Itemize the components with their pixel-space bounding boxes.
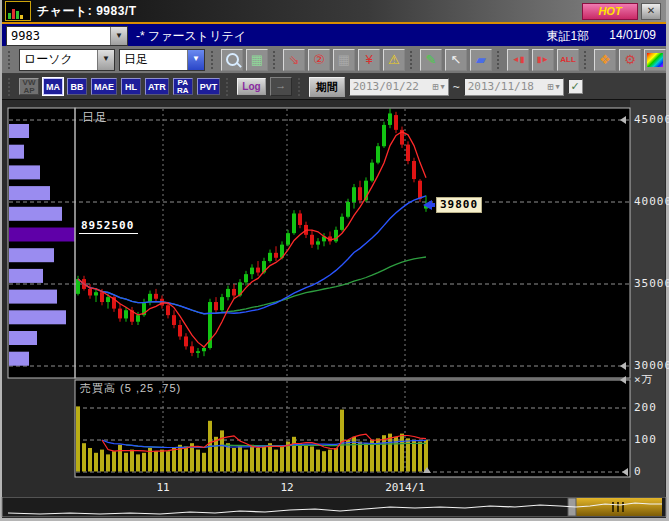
price-axis-label: 30000 — [634, 359, 669, 372]
yen-axis-icon[interactable]: ¥ — [358, 49, 380, 71]
indicator-toolbar: VWAPMABBMAEHLATRPARAPVT Log → 期間 2013/01… — [2, 74, 666, 100]
indicator-mae-button[interactable]: MAE — [91, 78, 117, 95]
settings-wrench-icon[interactable]: ⚙ — [619, 49, 641, 71]
pane-title: 日足 — [82, 109, 108, 126]
symbol-combo[interactable]: 9983 ▼ — [6, 26, 128, 46]
date-to-value[interactable]: 2013/11/18 — [468, 80, 548, 93]
timeframe-combo[interactable]: 日足 ▼ — [119, 49, 205, 71]
chevron-down-icon[interactable]: ▼ — [110, 27, 127, 45]
eraser-icon[interactable]: ▰ — [470, 49, 492, 71]
indicator-pvt-button[interactable]: PVT — [197, 78, 221, 95]
toolbar-grip — [298, 78, 303, 96]
scroll-right-icon[interactable]: ▮► — [532, 49, 554, 71]
last-price-marker: 39800 — [423, 197, 482, 213]
indicator-bb-button[interactable]: BB — [67, 78, 87, 95]
all-range-icon[interactable]: ALL — [557, 49, 579, 71]
toolbar-grip — [584, 51, 589, 69]
settings-wrench-icon-glyph: ⚙ — [624, 53, 636, 66]
chart-window: チャート: 9983/T HOT ✕ 9983 ▼ -* ファーストリテイ 東証… — [0, 0, 669, 521]
volume-axis-label: 0 — [634, 465, 642, 478]
price-axis-label: 40000 — [634, 195, 669, 208]
calendar-icon[interactable]: ⊞ — [547, 81, 553, 92]
quote-date: 14/01/09 — [609, 28, 656, 45]
grid-off-icon-glyph: ▦ — [338, 53, 350, 66]
zoom-icon[interactable] — [221, 49, 243, 71]
crosshair-grid-icon[interactable]: ▦ — [246, 49, 268, 71]
eraser-icon-glyph: ▰ — [476, 53, 486, 66]
navigator[interactable] — [0, 497, 669, 517]
x-axis-label: 11 — [127, 481, 199, 494]
period-button[interactable]: 期間 — [309, 77, 345, 97]
draw-pencil-icon[interactable]: ✎ — [420, 49, 442, 71]
scale-marker-icon — [622, 468, 628, 476]
compare-2-icon[interactable]: ② — [308, 49, 330, 71]
chevron-down-icon[interactable]: ▼ — [187, 50, 204, 70]
toolbar-grip — [410, 51, 415, 69]
last-price-label: 39800 — [436, 197, 482, 213]
price-axis-label: 35000 — [634, 277, 669, 290]
volume-axis-unit: ×万 — [634, 372, 654, 387]
draw-pencil-icon-glyph: ✎ — [426, 53, 437, 66]
rainbow-glyph — [647, 53, 663, 67]
chart-app-icon — [5, 1, 31, 21]
pointer-icon-glyph: ↖ — [451, 53, 462, 66]
scroll-right-icon-glyph: ▮► — [537, 56, 549, 64]
indicator-ma-button[interactable]: MA — [43, 78, 63, 95]
date-from-field[interactable]: 2013/01/22 ⊞ ▼ — [349, 78, 449, 96]
volume-axis-label: 100 — [634, 433, 657, 446]
chevron-down-icon[interactable]: ▼ — [97, 50, 114, 70]
market-label: 東証1部 — [547, 28, 590, 45]
date-to-field[interactable]: 2013/11/18 ⊞ ▼ — [464, 78, 564, 96]
log-scale-button[interactable]: Log — [237, 78, 265, 95]
symbol-name: -* ファーストリテイ — [136, 28, 246, 45]
title-bar[interactable]: チャート: 9983/T HOT ✕ — [2, 0, 666, 22]
scroll-left-icon[interactable]: ◄▮ — [507, 49, 529, 71]
window-title: チャート: 9983/T — [37, 3, 137, 20]
price-chart-canvas[interactable] — [0, 100, 669, 497]
toolbar-grip — [211, 51, 216, 69]
alert-icon-glyph: ⚠ — [388, 53, 400, 66]
scale-marker-icon — [620, 376, 626, 384]
pointer-icon[interactable]: ↖ — [445, 49, 467, 71]
chart-type-combo[interactable]: ローソク ▼ — [19, 49, 115, 71]
calendar-icon[interactable]: ⊞ — [432, 81, 438, 92]
date-range-tilde: ~ — [453, 80, 460, 94]
chart-type-value: ローソク — [20, 51, 97, 68]
network-icon-glyph: ❖ — [599, 53, 611, 66]
trend-arrow-icon[interactable]: ⇘ — [283, 49, 305, 71]
compare-2-icon-glyph: ② — [313, 53, 325, 66]
indicator-atr-button[interactable]: ATR — [145, 78, 169, 95]
yen-axis-icon-glyph: ¥ — [365, 53, 372, 66]
hot-button[interactable]: HOT — [582, 3, 638, 20]
date-from-value[interactable]: 2013/01/22 — [353, 80, 433, 93]
toolbar-grip — [8, 51, 13, 69]
x-axis-label: 2014/1 — [369, 481, 441, 494]
crosshair-grid-icon-glyph: ▦ — [251, 53, 263, 66]
grid-off-icon[interactable]: ▦ — [333, 49, 355, 71]
indicator-hl-button[interactable]: HL — [121, 78, 141, 95]
price-arrow-icon — [423, 200, 432, 210]
apply-period-checkbox[interactable]: ✓ — [568, 79, 583, 94]
timeframe-value: 日足 — [120, 51, 187, 68]
main-toolbar: ローソク ▼ 日足 ▼ ▦⇘②▦¥⚠✎↖▰◄▮▮►ALL❖⚙ — [2, 46, 666, 74]
indicator-para-button[interactable]: PARA — [173, 78, 193, 95]
quote-bar: 9983 ▼ -* ファーストリテイ 東証1部 14/01/09 — [2, 24, 666, 46]
price-arrow-tail — [432, 203, 435, 207]
trend-arrow-icon-glyph: ⇘ — [289, 53, 300, 66]
chevron-down-icon[interactable]: ▼ — [555, 83, 559, 91]
network-icon[interactable]: ❖ — [594, 49, 616, 71]
chevron-down-icon[interactable]: ▼ — [440, 83, 444, 91]
toolbar-grip — [226, 78, 231, 96]
scale-marker-icon — [620, 362, 626, 370]
volume-pane-title: 売買高 (5 ,25 ,75) — [80, 381, 181, 396]
symbol-code[interactable]: 9983 — [7, 29, 110, 43]
alert-icon[interactable]: ⚠ — [383, 49, 405, 71]
save-icon[interactable]: → — [270, 77, 292, 96]
current-date-marker-icon — [423, 467, 431, 473]
volume-profile-max-label: 8952500 — [79, 219, 138, 234]
palette-icon[interactable] — [644, 49, 666, 71]
close-button[interactable]: ✕ — [641, 3, 661, 20]
indicator-vwap-button: VWAP — [19, 78, 39, 95]
volume-axis-label: 200 — [634, 401, 657, 414]
toolbar-grip — [273, 51, 278, 69]
